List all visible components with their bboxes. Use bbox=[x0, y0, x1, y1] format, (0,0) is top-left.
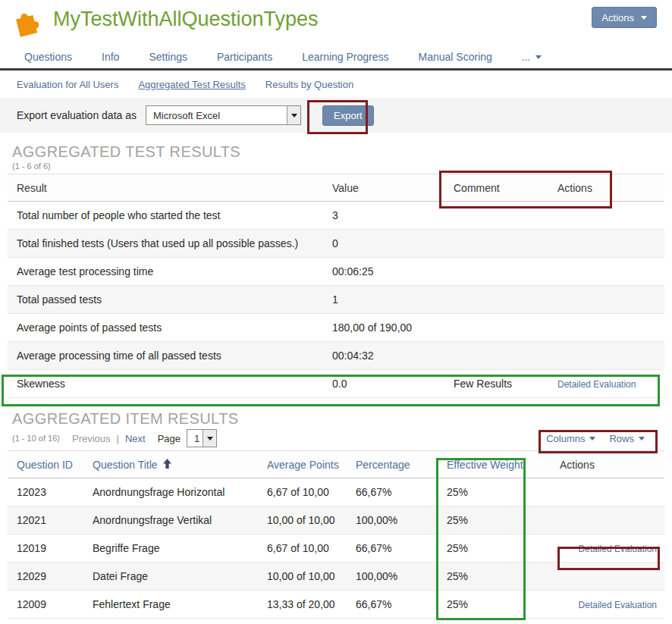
table-header-row: Result Value Comment Actions bbox=[8, 174, 664, 202]
page-select-value: 1 bbox=[187, 430, 203, 447]
column-header-actions: Actions bbox=[534, 459, 664, 471]
column-header-average-points[interactable]: Average Points bbox=[267, 459, 339, 471]
item-results-count: (1 - 10 of 16) bbox=[12, 434, 60, 443]
caret-down-icon bbox=[639, 437, 645, 441]
question-id: 12021 bbox=[8, 514, 93, 526]
page-label: Page bbox=[158, 433, 181, 444]
average-points: 6,67 of 10,00 bbox=[267, 542, 356, 554]
average-points: 10,00 of 10,00 bbox=[267, 514, 356, 526]
subtab-evaluation-for-all-users[interactable]: Evaluation for All Users bbox=[17, 79, 118, 90]
table-row: 12009 Fehlertext Frage 13,33 of 20,00 66… bbox=[8, 591, 664, 619]
result-label: Average processing time of all passed te… bbox=[8, 350, 332, 362]
result-value: 0 bbox=[332, 237, 454, 249]
tab-questions[interactable]: Questions bbox=[24, 51, 72, 63]
table-row: Average points of passed tests 180,00 of… bbox=[8, 314, 664, 342]
result-value: 1 bbox=[332, 293, 454, 306]
caret-down-icon bbox=[641, 16, 647, 20]
table-row: 12029 Datei Frage 10,00 of 10,00 100,00%… bbox=[8, 563, 664, 591]
page: MyTestWithAllQuestionTypes Actions Quest… bbox=[0, 0, 672, 624]
column-header-value: Value bbox=[332, 182, 454, 194]
table-row: 12021 Anordnungsfrage Vertikal 10,00 of … bbox=[8, 506, 664, 535]
section-title-test-results: AGGREGATED TEST RESULTS bbox=[12, 143, 672, 161]
tab-participants[interactable]: Participants bbox=[217, 51, 272, 63]
result-value: 00:04:32 bbox=[332, 350, 454, 362]
table-row-skewness: Skewness 0.0 Few Results Detailed Evalua… bbox=[8, 370, 664, 398]
column-header-comment: Comment bbox=[454, 182, 557, 194]
table-row: Total finished tests (Users that used up… bbox=[8, 230, 664, 258]
tab-manual-scoring[interactable]: Manual Scoring bbox=[419, 51, 492, 63]
effective-weight: 25% bbox=[447, 542, 534, 554]
question-id: 12029 bbox=[8, 570, 93, 582]
tab-info[interactable]: Info bbox=[102, 51, 119, 63]
result-label: Average test processing time bbox=[8, 265, 332, 278]
table-row: Average test processing time 00:06:25 bbox=[8, 258, 664, 286]
subtab-bar: Evaluation for All Users Aggregated Test… bbox=[0, 71, 672, 98]
item-results-table: Question ID Question Title Average Point… bbox=[8, 450, 664, 619]
result-label: Skewness bbox=[8, 378, 332, 390]
effective-weight: 25% bbox=[447, 486, 534, 498]
rows-dropdown[interactable]: Rows bbox=[609, 433, 645, 444]
result-value: 3 bbox=[332, 209, 454, 221]
column-header-question-id[interactable]: Question ID bbox=[17, 459, 73, 471]
result-value: 0.0 bbox=[332, 378, 454, 390]
subtab-results-by-question[interactable]: Results by Question bbox=[265, 79, 353, 90]
pagination-next[interactable]: Next bbox=[125, 433, 146, 444]
detailed-evaluation-link[interactable]: Detailed Evaluation bbox=[579, 544, 657, 554]
result-label: Average points of passed tests bbox=[8, 321, 332, 334]
question-title: Fehlertext Frage bbox=[93, 598, 267, 610]
export-button[interactable]: Export bbox=[322, 105, 374, 126]
question-id: 12023 bbox=[8, 486, 93, 498]
effective-weight: 25% bbox=[447, 570, 534, 582]
question-title: Anordnungsfrage Horizontal bbox=[93, 486, 267, 498]
columns-dropdown[interactable]: Columns bbox=[546, 433, 595, 444]
actions-button[interactable]: Actions bbox=[592, 7, 657, 28]
table-row: Total passed tests 1 bbox=[8, 286, 664, 314]
item-results-toolbar: (1 - 10 of 16) Previous | Next Page 1 Co… bbox=[8, 429, 664, 447]
tab-learning-progress[interactable]: Learning Progress bbox=[302, 51, 388, 63]
select-dropdown-icon[interactable] bbox=[203, 430, 216, 447]
caret-down-icon bbox=[535, 55, 542, 59]
column-header-actions: Actions bbox=[557, 182, 664, 194]
table-row: 12023 Anordnungsfrage Horizontal 6,67 of… bbox=[8, 478, 664, 506]
subtab-aggregated-test-results[interactable]: Aggregated Test Results bbox=[138, 79, 245, 90]
column-header-effective-weight[interactable]: Effective Weight bbox=[447, 459, 523, 471]
table-body: Total number of people who started the t… bbox=[8, 202, 664, 398]
question-title: Datei Frage bbox=[93, 570, 267, 582]
result-value: 180,00 of 190,00 bbox=[332, 321, 454, 334]
column-header-question-title[interactable]: Question Title bbox=[93, 459, 158, 471]
question-id: 12019 bbox=[8, 542, 93, 554]
detailed-evaluation-link[interactable]: Detailed Evaluation bbox=[579, 600, 657, 610]
export-label: Export evaluation data as bbox=[17, 109, 137, 121]
result-label: Total number of people who started the t… bbox=[8, 209, 332, 221]
result-label: Total finished tests (Users that used up… bbox=[8, 237, 332, 249]
caret-down-icon bbox=[589, 437, 595, 441]
tab-bar: Questions Info Settings Participants Lea… bbox=[0, 45, 672, 71]
pagination-separator: | bbox=[117, 433, 119, 444]
page-select[interactable]: 1 bbox=[187, 429, 217, 447]
pagination-previous: Previous bbox=[72, 433, 111, 444]
percentage: 66,67% bbox=[356, 542, 447, 554]
result-comment: Few Results bbox=[454, 378, 557, 390]
export-format-value: Microsoft Excel bbox=[146, 106, 287, 124]
table-row: Total number of people who started the t… bbox=[8, 202, 664, 230]
export-toolbar: Export evaluation data as Microsoft Exce… bbox=[0, 98, 672, 133]
export-format-select[interactable]: Microsoft Excel bbox=[146, 105, 301, 125]
tab-settings[interactable]: Settings bbox=[149, 51, 187, 63]
column-header-percentage[interactable]: Percentage bbox=[356, 459, 410, 471]
select-dropdown-icon[interactable] bbox=[287, 106, 300, 124]
average-points: 13,33 of 20,00 bbox=[267, 598, 356, 610]
table-header-row: Question ID Question Title Average Point… bbox=[8, 450, 664, 478]
average-points: 6,67 of 10,00 bbox=[267, 486, 356, 498]
sort-ascending-icon bbox=[163, 459, 171, 471]
table-row: Average processing time of all passed te… bbox=[8, 342, 664, 370]
detailed-evaluation-link[interactable]: Detailed Evaluation bbox=[557, 379, 636, 390]
percentage: 100,00% bbox=[356, 570, 447, 582]
table-row: 12019 Begriffe Frage 6,67 of 10,00 66,67… bbox=[8, 535, 664, 563]
header: MyTestWithAllQuestionTypes Actions bbox=[0, 0, 672, 45]
result-label: Total passed tests bbox=[8, 293, 332, 306]
puzzle-icon bbox=[11, 5, 44, 45]
column-header-result: Result bbox=[8, 182, 332, 194]
average-points: 10,00 of 10,00 bbox=[267, 570, 356, 582]
percentage: 100,00% bbox=[356, 514, 447, 526]
tab-more[interactable]: ... bbox=[522, 51, 542, 63]
